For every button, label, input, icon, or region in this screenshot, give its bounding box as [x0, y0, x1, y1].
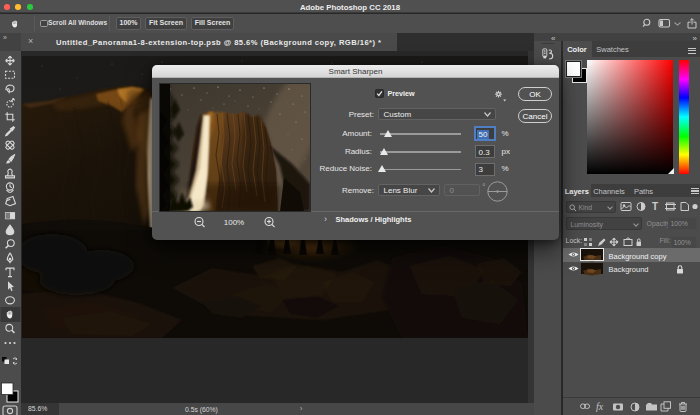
svg-text:fx: fx [596, 401, 604, 412]
svg-text:T: T [652, 201, 658, 212]
